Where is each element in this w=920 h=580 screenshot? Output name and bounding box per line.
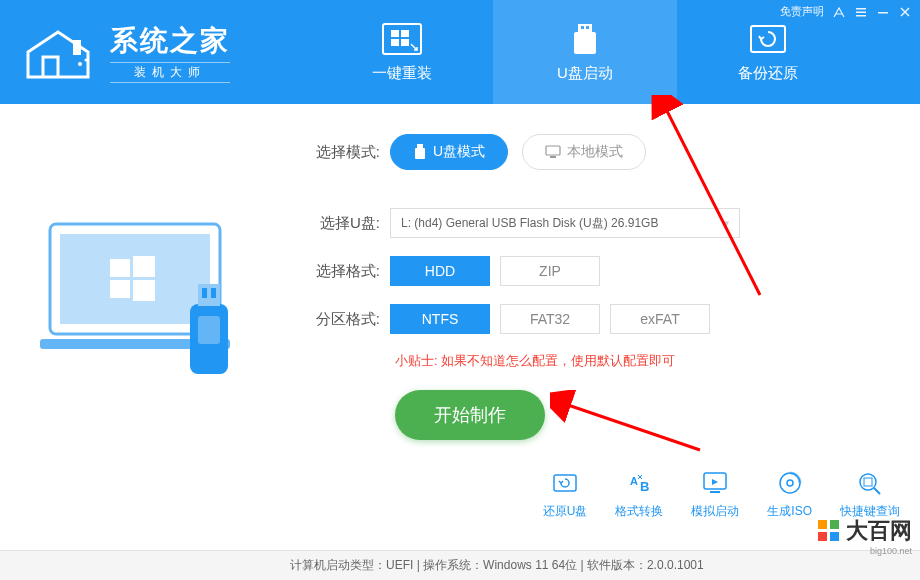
svg-rect-9 [581,26,584,29]
svg-rect-11 [574,32,596,54]
convert-icon: AB [624,469,654,497]
svg-point-40 [860,474,876,490]
svg-rect-15 [856,15,866,17]
header: 系统之家 装机大师 一键重装 U盘启动 备份还原 免责声明 [0,0,920,104]
statusbar: 计算机启动类型：UEFI | 操作系统：Windows 11 64位 | 软件版… [0,550,920,580]
windows-icon [381,22,423,58]
svg-rect-37 [710,491,720,493]
svg-rect-33 [554,475,576,491]
usb-mode-button[interactable]: U盘模式 [390,134,508,170]
status-text: 计算机启动类型：UEFI | 操作系统：Windows 11 64位 | 软件版… [290,557,704,574]
svg-rect-25 [198,284,220,306]
tool-label: 生成ISO [767,503,812,520]
watermark: 大百网 big100.net [816,516,912,546]
simulate-icon [700,469,730,497]
svg-rect-14 [856,11,866,13]
mode-btn-label: U盘模式 [433,143,485,161]
svg-rect-31 [546,146,560,155]
svg-rect-0 [73,40,81,55]
svg-rect-21 [110,280,130,298]
hotkey-icon [855,469,885,497]
svg-rect-20 [133,256,155,277]
svg-rect-19 [110,259,130,277]
partition-row: 分区格式: NTFS FAT32 exFAT [310,304,890,334]
illustration [30,134,280,440]
usb-small-icon [413,144,427,160]
mode-label: 选择模式: [310,143,390,162]
svg-rect-26 [202,288,207,298]
svg-rect-27 [211,288,216,298]
menu-icon[interactable] [854,5,868,19]
usb-icon [564,22,606,58]
svg-rect-42 [818,520,827,529]
svg-rect-22 [133,280,155,301]
svg-rect-10 [586,26,589,29]
tool-hotkey[interactable]: 快捷键查询 [840,469,900,520]
format-hdd-button[interactable]: HDD [390,256,490,286]
logo-icon [18,22,98,82]
backup-icon [747,22,789,58]
iso-icon [775,469,805,497]
tab-reinstall[interactable]: 一键重装 [310,0,493,104]
svg-rect-12 [751,26,785,52]
logo-area: 系统之家 装机大师 [0,0,310,104]
svg-rect-29 [417,144,423,148]
tab-usb-boot[interactable]: U盘启动 [493,0,676,104]
svg-rect-18 [60,234,210,324]
usb-dropdown[interactable]: L: (hd4) General USB Flash Disk (U盘) 26.… [390,208,740,238]
svg-point-39 [787,480,793,486]
svg-rect-32 [550,156,556,158]
tab-label: 备份还原 [738,64,798,83]
tool-simulate[interactable]: 模拟启动 [691,469,739,520]
topbar: 免责声明 [780,4,912,19]
svg-rect-45 [830,532,839,541]
tool-label: 模拟启动 [691,503,739,520]
usb-label: 选择U盘: [310,214,390,233]
svg-rect-44 [818,532,827,541]
close-icon[interactable] [898,5,912,19]
svg-rect-5 [401,30,409,37]
watermark-text: 大百网 [846,516,912,546]
svg-text:A: A [630,475,638,487]
partition-ntfs-button[interactable]: NTFS [390,304,490,334]
watermark-sub: big100.net [870,546,912,556]
tool-label: 还原U盘 [543,503,588,520]
tip-content: 如果不知道怎么配置，使用默认配置即可 [441,353,675,368]
svg-point-2 [85,59,88,62]
logo-text: 系统之家 装机大师 [110,22,230,83]
svg-rect-28 [198,316,220,344]
svg-rect-41 [864,478,872,486]
svg-rect-7 [401,39,409,46]
tool-label: 格式转换 [615,503,663,520]
usb-select-row: 选择U盘: L: (hd4) General USB Flash Disk (U… [310,208,890,238]
partition-label: 分区格式: [310,310,390,329]
svg-text:B: B [640,479,649,494]
start-button[interactable]: 开始制作 [395,390,545,440]
format-label: 选择格式: [310,262,390,281]
tip-text: 小贴士: 如果不知道怎么配置，使用默认配置即可 [395,352,890,370]
mode-row: 选择模式: U盘模式 本地模式 [310,134,890,170]
tool-iso[interactable]: 生成ISO [767,469,812,520]
watermark-icon [816,518,842,544]
local-mode-button[interactable]: 本地模式 [522,134,646,170]
tool-convert[interactable]: AB 格式转换 [615,469,663,520]
mode-btn-label: 本地模式 [567,143,623,161]
logo-subtitle: 装机大师 [110,62,230,83]
restore-icon [550,469,580,497]
svg-rect-8 [578,24,592,32]
disclaimer-link[interactable]: 免责声明 [780,4,824,19]
format-zip-button[interactable]: ZIP [500,256,600,286]
logo-title: 系统之家 [110,22,230,60]
partition-exfat-button[interactable]: exFAT [610,304,710,334]
svg-rect-30 [415,148,425,159]
content: 选择模式: U盘模式 本地模式 选择U盘: L: (hd4) General U… [0,104,920,440]
tool-restore[interactable]: 还原U盘 [543,469,588,520]
monitor-small-icon [545,145,561,159]
svg-rect-4 [391,30,399,37]
theme-icon[interactable] [832,5,846,19]
svg-point-1 [78,62,82,66]
minimize-icon[interactable] [876,5,890,19]
form-area: 选择模式: U盘模式 本地模式 选择U盘: L: (hd4) General U… [280,134,890,440]
svg-rect-43 [830,520,839,529]
partition-fat32-button[interactable]: FAT32 [500,304,600,334]
